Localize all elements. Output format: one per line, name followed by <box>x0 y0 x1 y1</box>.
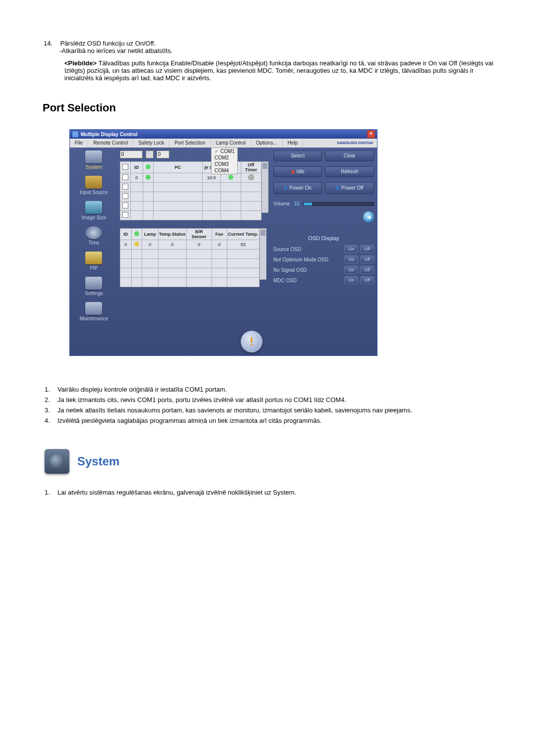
center-pane: 0 ▼ 0 ID PC je Size <box>118 148 270 355</box>
osd-row-mdc: MDC OSD On Off <box>273 276 374 284</box>
scrollbar[interactable] <box>262 161 268 213</box>
volume-slider[interactable] <box>303 202 374 206</box>
status-led-icon <box>134 242 139 247</box>
brand-logo: SAMSUNG DIGITall <box>333 139 377 148</box>
sidebar: System Input Source Image Size Time <box>70 148 118 355</box>
select-all-checkbox[interactable] <box>122 164 128 170</box>
table-row[interactable] <box>120 250 259 259</box>
titlebar: Multiple Display Control × <box>70 130 377 139</box>
speaker-icon: ◀ <box>363 211 374 222</box>
display-table-header: ID PC je Size On Timer Off Timer <box>120 162 261 173</box>
menu-lamp-control[interactable]: Lamp Control <box>211 139 251 148</box>
osd-row-optimum: Not Optimum Mode OSD On Off <box>273 255 374 263</box>
scrollbar[interactable] <box>260 228 267 280</box>
port-option-com1[interactable]: COM1 <box>212 148 237 154</box>
table-row[interactable] <box>120 202 261 211</box>
alert-icon: ! <box>241 331 263 353</box>
app-window: Multiple Display Control × File Remote C… <box>69 129 377 356</box>
input-source-icon <box>85 176 102 189</box>
table-row[interactable] <box>120 192 261 202</box>
image-size-icon <box>85 201 102 214</box>
nosignal-osd-on[interactable]: On <box>344 266 358 274</box>
menu-file[interactable]: File <box>70 139 88 148</box>
note-4: Izvēlētā pieslēgvieta saglabājas program… <box>57 417 490 424</box>
sidebar-item-maintenance[interactable]: Maintenance <box>70 302 118 321</box>
clear-button[interactable]: Clear <box>325 151 374 161</box>
sidebar-item-input-source[interactable]: Input Source <box>70 176 118 195</box>
nosignal-osd-off[interactable]: Off <box>360 266 374 274</box>
menu-safety-lock[interactable]: Safety Lock <box>133 139 169 148</box>
id-from-dropdown[interactable]: ▼ <box>146 151 154 158</box>
table-row[interactable] <box>120 268 259 278</box>
port-option-com4[interactable]: COM4 <box>212 167 237 174</box>
heading-port-selection: Port Selection <box>43 101 500 114</box>
table-row[interactable]: 0 16:9 <box>120 173 261 183</box>
note-block: <Piebilde> Tālvadības pults funkcija Ena… <box>64 59 500 82</box>
system-step-1: Lai atvērtu sistēmas regulēšanas ekrānu,… <box>57 489 296 496</box>
sidebar-item-pip[interactable]: PIP <box>70 252 118 271</box>
pip-icon <box>85 252 102 264</box>
window-title: Multiple Display Control <box>81 132 137 137</box>
power-on-button[interactable]: Power On <box>273 182 322 194</box>
status-led-icon <box>146 175 151 180</box>
note-label: <Piebilde> <box>64 59 97 67</box>
sidebar-item-system[interactable]: System <box>70 151 118 170</box>
id-to-input[interactable]: 0 <box>157 151 169 158</box>
idle-button[interactable]: Idle <box>273 166 322 177</box>
time-icon <box>85 226 102 239</box>
source-osd-on[interactable]: On <box>344 245 358 253</box>
table-row[interactable] <box>120 211 261 220</box>
note-1: Vairāku displeju kontrole oriģinālā ir i… <box>57 386 490 393</box>
system-icon <box>85 151 102 163</box>
menu-remote-control[interactable]: Remote Control <box>88 139 133 148</box>
mdc-osd-on[interactable]: On <box>344 276 358 284</box>
doc-item-14: 14. Pārslēdz OSD funkciju uz On/Off. -At… <box>44 40 500 54</box>
port-option-com3[interactable]: COM3 <box>212 161 237 167</box>
volume-label: Volume <box>273 201 290 206</box>
port-selection-notes: 1.Vairāku displeju kontrole oriģinālā ir… <box>45 386 490 424</box>
close-icon[interactable]: × <box>367 130 375 138</box>
row-checkbox[interactable] <box>122 174 128 180</box>
select-button[interactable]: Select <box>273 151 322 161</box>
optimum-osd-off[interactable]: Off <box>360 255 374 263</box>
note-3: Ja netiek atlasīts tiešais nosaukums por… <box>57 406 490 414</box>
note-2: Ja tiek izmantots cits, nevis COM1 ports… <box>57 396 490 403</box>
item14-line1: Pārslēdz OSD funkciju uz On/Off. <box>60 40 156 47</box>
sidebar-item-time[interactable]: Time <box>70 226 118 246</box>
refresh-button[interactable]: Refresh <box>325 166 374 177</box>
table-row[interactable]: 0 0 0 0 0 83 <box>120 240 259 250</box>
settings-icon <box>85 277 102 290</box>
port-option-com2[interactable]: COM2 <box>212 154 237 161</box>
system-section-icon <box>45 449 69 474</box>
port-selection-dropdown[interactable]: COM1 COM2 COM3 COM4 <box>211 148 238 174</box>
menu-options[interactable]: Options... <box>251 139 283 148</box>
id-from-input[interactable]: 0 <box>120 151 143 158</box>
status-table-header: ID Lamp Temp.Status B/R Senser Fan Curre… <box>120 229 259 240</box>
power-off-button[interactable]: Power Off <box>325 182 374 194</box>
table-row[interactable] <box>120 278 259 287</box>
sidebar-item-settings[interactable]: Settings <box>70 277 118 296</box>
maintenance-icon <box>85 302 102 315</box>
menu-help[interactable]: Help <box>283 139 304 148</box>
item14-line2: -Atkarībā no ierīces var netikt atbalstī… <box>59 47 500 54</box>
offtimer-led-icon <box>248 174 254 180</box>
display-table[interactable]: ID PC je Size On Timer Off Timer 0 <box>120 161 262 220</box>
status-col-icon <box>134 231 139 236</box>
table-row[interactable] <box>120 183 261 192</box>
osd-row-nosignal: No Signal OSD On Off <box>273 266 374 274</box>
menubar: File Remote Control Safety Lock Port Sel… <box>70 139 377 148</box>
mdc-osd-off[interactable]: Off <box>360 276 374 284</box>
window-icon <box>72 131 79 138</box>
sidebar-item-image-size[interactable]: Image Size <box>70 201 118 220</box>
table-row[interactable] <box>120 259 259 268</box>
heading-system: System <box>77 454 119 468</box>
source-osd-off[interactable]: Off <box>360 245 374 253</box>
status-table[interactable]: ID Lamp Temp.Status B/R Senser Fan Curre… <box>120 228 260 287</box>
osd-display-header: OSD Display <box>273 235 374 241</box>
menu-port-selection[interactable]: Port Selection <box>169 139 211 148</box>
right-panel: Select Clear Idle Refresh Power On Power… <box>270 148 377 355</box>
system-steps: 1.Lai atvērtu sistēmas regulēšanas ekrān… <box>45 489 490 496</box>
ontimer-led-icon <box>228 175 233 180</box>
optimum-osd-on[interactable]: On <box>344 255 358 263</box>
note-body: Tālvadības pults funkcija Enable/Disable… <box>64 59 493 82</box>
